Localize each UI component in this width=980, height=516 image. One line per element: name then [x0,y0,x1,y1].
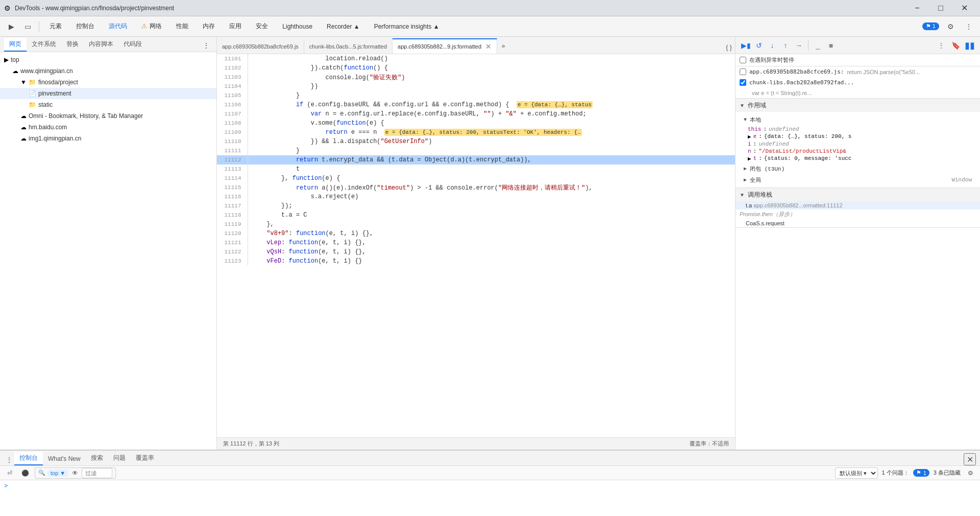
tab-security[interactable]: 安全 [250,20,274,33]
resume-button[interactable]: ▶▮ [740,39,752,52]
stop-recording-button[interactable]: ⚫ [19,467,31,479]
table-row: 11102 }).catch(function() { [217,63,735,73]
breakpoint-2-checkbox[interactable] [740,79,746,86]
tree-item-top[interactable]: ▶ top [0,54,216,65]
tab-sources[interactable]: 源代码 [103,20,133,33]
pause-on-right[interactable]: ▮▮ [964,39,976,52]
tab-console[interactable]: 控制台 [70,20,101,33]
sidebar-tabs-more[interactable]: ⋮ [200,39,212,52]
tree-item-static[interactable]: 📁 static [0,99,216,110]
inspect-element-button[interactable]: ▶ [4,19,18,34]
tab-lighthouse[interactable]: Lighthouse [276,21,318,32]
scope-val-t: {status: 0, message: 'succ [764,155,852,161]
line-number: 11107 [217,109,248,119]
code-content[interactable]: 11101 location.reload() 11102 }).catch(f… [217,54,735,437]
editor-tab-close-icon[interactable]: ✕ [485,42,492,51]
tree-item-pinvestment[interactable]: 📄 pinvestment [0,88,216,99]
bottom-tab-coverage[interactable]: 覆盖率 [131,452,159,465]
tree-item-domain-qimingpian[interactable]: ☁ www.qimingpian.cn [0,65,216,77]
tab-application[interactable]: 应用 [223,20,248,33]
editor-tab-chunk-libs[interactable]: chunk-libs.0acb...5.js:formatted [304,38,393,54]
local-scope-header[interactable]: ▼ 本地 [740,114,976,125]
step-over-button[interactable]: ↺ [753,39,765,52]
bottom-tab-whats-new[interactable]: What's New [43,453,86,465]
pause-on-exception-checkbox[interactable] [740,57,746,63]
step-into-button[interactable]: ↓ [766,39,778,52]
close-drawer-button[interactable]: 🔖 [949,39,962,52]
call-loc-ta: app.c689305b882...ormatted:11112 [753,202,842,208]
line-content: }, function(e) { [248,174,735,183]
table-row: 11109 return e === n e = {data: {…}, sta… [217,128,735,137]
local-scope-label: 本地 [750,116,761,124]
tab-network[interactable]: ⚠ 网络 [135,20,168,33]
sidebar-tab-overrides[interactable]: 替换 [61,38,84,52]
scope-key-e: e [753,133,757,139]
tree-item-img1-qimingpian[interactable]: ☁ img1.qimingpian.cn [0,133,216,144]
local-scope-body: this : undefined ▶ e : {data: {…}, statu… [740,126,976,162]
bottom-panel: ⋮ 控制台 What's New 搜索 问题 覆盖率 ✕ ⏎ ⚫ 🔍 top ▼… [0,450,980,516]
editor-tab-app-9-formatted[interactable]: app.c689305b882...9.js:formatted ✕ [393,38,497,54]
bottom-more-options[interactable]: ⋮ [4,454,14,465]
maximize-button[interactable]: □ [929,0,952,16]
line-content: return t.encrypt_data && (t.data = Objec… [248,155,735,165]
settings-button[interactable]: ⚙ [943,19,958,34]
log-level-select[interactable]: 默认级别 ▾ [835,467,878,479]
sidebar-tab-webpage[interactable]: 网页 [4,38,27,52]
bottom-tab-search[interactable]: 搜索 [86,452,108,465]
breakpoint-1-checkbox[interactable] [740,68,746,75]
scope-key-n: n [748,148,751,154]
scope-section-header[interactable]: ▼ 作用域 [736,99,980,112]
clear-console-button[interactable]: ⏎ [4,467,15,479]
tab-memory[interactable]: 内存 [197,20,221,33]
eye-filter-button[interactable]: 👁 [70,468,80,478]
tree-item-omni[interactable]: ☁ Omni - Bookmark, History, & Tab Manage… [0,110,216,122]
line-content: t [248,165,735,174]
editor-tab-app-cfce69[interactable]: app.c689305b882ba8cfce69.js [217,38,304,54]
coverage-status: 覆盖率：不适用 [690,440,729,448]
scope-val-n: "/DataList/productListVip& [758,148,846,154]
filter-input[interactable] [82,468,112,478]
sidebar-tab-filesystem[interactable]: 文件系统 [27,38,61,52]
tab-recorder[interactable]: Recorder ▲ [321,21,366,32]
closure-scope-header[interactable]: ▶ 闭包 (t3Un) [740,163,976,174]
scope-item-i: i : undefined [748,141,976,147]
tab-elements[interactable]: 元素 [43,20,68,33]
step-button[interactable]: → [793,39,805,52]
console-cursor[interactable] [10,482,976,490]
table-row: 11103 console.log("验证失败") [217,73,735,82]
pause-on-exception-button[interactable]: ■ [825,39,837,52]
sidebar-tab-snippets[interactable]: 代码段 [118,38,147,52]
call-stack-header[interactable]: ▼ 调用堆栈 [736,188,980,201]
deactivate-breakpoints-button[interactable]: ⎯ [812,39,824,52]
global-scope-header[interactable]: ▶ 全局 Window [740,174,976,185]
device-toggle-button[interactable]: ▭ [20,19,35,34]
tab-performance-insights[interactable]: Performance insights ▲ [368,21,446,32]
scope-item-e[interactable]: ▶ e : {data: {…}, status: 200, s [748,133,976,140]
minimize-button[interactable]: − [905,0,929,16]
editor-tab-label: app.c689305b882ba8cfce69.js [222,43,299,50]
sidebar-tab-content-scripts[interactable]: 内容脚本 [84,38,118,52]
editor-tabs-more[interactable]: » [497,38,509,54]
editor-tab-action-prettyprint[interactable]: { } [723,41,735,54]
tree-item-finosda-project[interactable]: ▼ 📁 finosda/project [0,77,216,88]
call-stack-label: 调用堆栈 [748,191,772,199]
line-number: 11106 [217,100,248,109]
scope-key-t: t [753,155,757,161]
customize-button[interactable]: ⋮ [962,19,976,34]
line-content: return e === n e = {data: {…}, status: 2… [248,128,735,137]
close-button[interactable]: ✕ [952,0,976,16]
global-scope-arrow: ▶ [744,177,747,183]
call-item-ta[interactable]: t.a app.c689305b882...ormatted:11112 [736,201,980,209]
step-out-button[interactable]: ↑ [779,39,792,52]
call-item-coas-request[interactable]: CoaS.s.request [736,219,980,227]
tab-performance[interactable]: 性能 [170,20,194,33]
tree-item-baidu[interactable]: ☁ hm.baidu.com [0,122,216,133]
bottom-tab-console[interactable]: 控制台 [14,452,43,465]
console-prompt-arrow: > [4,483,8,490]
bottom-tab-issues[interactable]: 问题 [108,452,131,465]
bottom-panel-close-button[interactable]: ✕ [964,453,976,465]
cloud-icon-qimingpian: ☁ [12,67,18,75]
console-settings-button[interactable]: ⚙ [965,467,976,479]
more-debugger-options[interactable]: ⋮ [935,39,947,52]
scope-item-t[interactable]: ▶ t : {status: 0, message: 'succ [748,155,976,162]
